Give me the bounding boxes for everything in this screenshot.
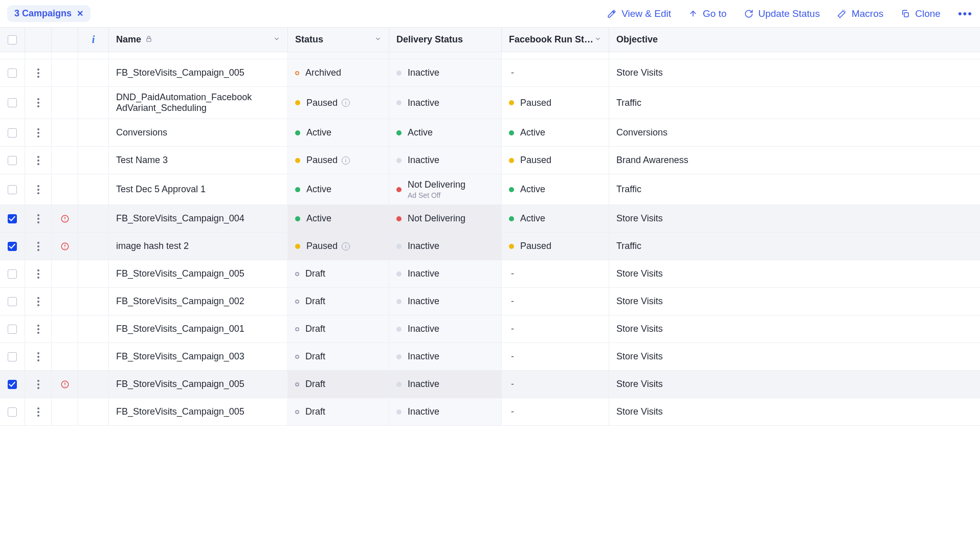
header-delivery[interactable]: Delivery Status (389, 28, 502, 52)
macros-button[interactable]: Macros (837, 8, 883, 19)
table-row[interactable]: ConversionsActiveActiveActiveConversions (0, 119, 980, 147)
header-objective[interactable]: Objective (609, 28, 980, 52)
row-objective-cell: Brand Awareness (609, 147, 980, 174)
table-row[interactable]: FB_StoreVisits_Campaign_004ActiveNot Del… (0, 205, 980, 233)
kebab-icon[interactable] (34, 404, 42, 420)
close-icon[interactable]: ✕ (77, 9, 83, 18)
row-checkbox[interactable] (8, 214, 17, 223)
row-name-cell[interactable]: Conversions (109, 119, 288, 146)
row-checkbox[interactable] (8, 185, 17, 194)
header-name[interactable]: Name (109, 28, 288, 52)
row-name-cell[interactable]: FB_StoreVisits_Campaign_005 (109, 398, 288, 425)
table-row[interactable]: FB_StoreVisits_Campaign_005DraftInactive… (0, 398, 980, 426)
view-edit-button[interactable]: View & Edit (607, 8, 671, 19)
row-fbrun-cell: - (502, 398, 609, 425)
header-delivery-label: Delivery Status (396, 34, 463, 45)
go-to-button[interactable]: Go to (688, 8, 726, 19)
row-name-cell[interactable]: Test Name 3 (109, 147, 288, 174)
row-checkbox[interactable] (8, 156, 17, 165)
row-name-cell[interactable]: FB_StoreVisits_Campaign_004 (109, 205, 288, 232)
kebab-icon[interactable] (34, 211, 42, 226)
row-name-cell[interactable]: FB_StoreVisits_Campaign_003 (109, 343, 288, 370)
pencil-icon (607, 9, 616, 18)
header-info-cell[interactable]: i (78, 28, 109, 52)
kebab-icon[interactable] (34, 153, 42, 168)
select-all-checkbox[interactable] (8, 35, 17, 44)
row-checkbox[interactable] (8, 407, 17, 417)
campaign-name: Test Name 3 (116, 155, 168, 166)
status-dot-icon (295, 216, 300, 221)
row-objective-cell: Store Visits (609, 315, 980, 343)
toolbar-left: 3 Campaigns ✕ (7, 5, 91, 22)
table-row[interactable]: FB_StoreVisits_Campaign_003DraftInactive… (0, 343, 980, 371)
table-row[interactable]: Test Name 3PausediInactivePausedBrand Aw… (0, 147, 980, 174)
status-dot-icon (295, 158, 300, 163)
row-checkbox[interactable] (8, 380, 17, 389)
warning-icon[interactable] (60, 380, 70, 389)
row-checkbox[interactable] (8, 242, 17, 251)
kebab-icon[interactable] (34, 182, 42, 197)
more-button[interactable]: ••• (958, 7, 973, 20)
row-checkbox[interactable] (8, 128, 17, 138)
row-name-cell[interactable]: FB_StoreVisits_Campaign_001 (109, 315, 288, 343)
row-name-cell[interactable]: FB_StoreVisits_Campaign_005 (109, 59, 288, 86)
row-checkbox[interactable] (8, 269, 17, 279)
header-status[interactable]: Status (288, 28, 389, 52)
row-checkbox[interactable] (8, 98, 17, 107)
status-dot-icon (295, 300, 299, 304)
kebab-icon[interactable] (34, 65, 42, 81)
row-info-cell (78, 119, 109, 146)
row-objective-cell: Store Visits (609, 260, 980, 287)
delivery-text: Inactive (408, 379, 439, 390)
table-row[interactable]: FB_StoreVisits_Campaign_005DraftInactive… (0, 371, 980, 398)
kebab-icon[interactable] (34, 377, 42, 392)
row-status-cell: Draft (288, 260, 389, 287)
table-row[interactable]: FB_StoreVisits_Campaign_002DraftInactive… (0, 288, 980, 315)
row-name-cell[interactable]: FB_StoreVisits_Campaign_005 (109, 371, 288, 398)
row-name-cell[interactable]: Test Dec 5 Approval 1 (109, 174, 288, 204)
update-status-button[interactable]: Update Status (744, 8, 820, 19)
row-fbrun-cell: Paused (502, 87, 609, 119)
info-icon[interactable]: i (342, 242, 350, 250)
kebab-icon[interactable] (34, 95, 42, 110)
row-checkbox[interactable] (8, 69, 17, 78)
row-status-cell: Draft (288, 315, 389, 343)
row-name-cell[interactable]: FB_StoreVisits_Campaign_005 (109, 260, 288, 287)
warning-icon[interactable] (60, 214, 70, 223)
delivery-text: Inactive (408, 155, 439, 166)
selection-chip[interactable]: 3 Campaigns ✕ (7, 5, 91, 22)
row-name-cell[interactable]: FB_StoreVisits_Campaign_002 (109, 288, 288, 315)
table-row[interactable]: FB_StoreVisits_Campaign_005DraftInactive… (0, 260, 980, 288)
kebab-icon[interactable] (34, 266, 42, 282)
info-icon[interactable]: i (342, 156, 350, 165)
kebab-icon[interactable] (34, 239, 42, 254)
campaign-name: Conversions (116, 127, 167, 138)
row-warn-cell (52, 59, 78, 86)
delivery-text: Inactive (408, 67, 439, 78)
warning-icon[interactable] (60, 242, 70, 251)
status-dot-icon (295, 100, 300, 105)
table-row[interactable]: FB_StoreVisits_Campaign_005ArchivedInact… (0, 59, 980, 87)
row-status-cell: Draft (288, 398, 389, 425)
kebab-icon[interactable] (34, 294, 42, 309)
row-checkbox[interactable] (8, 352, 17, 361)
header-objective-label: Objective (616, 34, 658, 45)
clone-button[interactable]: Clone (901, 8, 941, 19)
row-checkbox[interactable] (8, 297, 17, 306)
row-name-cell[interactable]: DND_PaidAutomation_Facebook AdVariant_Sc… (109, 87, 288, 119)
table-row[interactable]: DND_PaidAutomation_Facebook AdVariant_Sc… (0, 87, 980, 119)
row-fbrun-cell: - (502, 59, 609, 86)
table-row[interactable]: image hash test 2PausediInactivePausedTr… (0, 233, 980, 260)
kebab-icon[interactable] (34, 322, 42, 337)
kebab-icon[interactable] (34, 349, 42, 364)
kebab-icon[interactable] (34, 125, 42, 141)
row-checkbox-cell (0, 174, 25, 204)
table-row[interactable]: FB_StoreVisits_Campaign_001DraftInactive… (0, 315, 980, 343)
header-fbrun[interactable]: Facebook Run St… (502, 28, 609, 52)
row-name-cell[interactable]: FB_StoreVisits_Campaign_004 (109, 52, 288, 59)
row-name-cell[interactable]: image hash test 2 (109, 233, 288, 260)
table-row[interactable]: FB_StoreVisits_Campaign_004ArchivedInact… (0, 52, 980, 59)
info-icon[interactable]: i (342, 99, 350, 107)
row-checkbox[interactable] (8, 325, 17, 334)
table-row[interactable]: Test Dec 5 Approval 1ActiveNot Deliverin… (0, 174, 980, 205)
